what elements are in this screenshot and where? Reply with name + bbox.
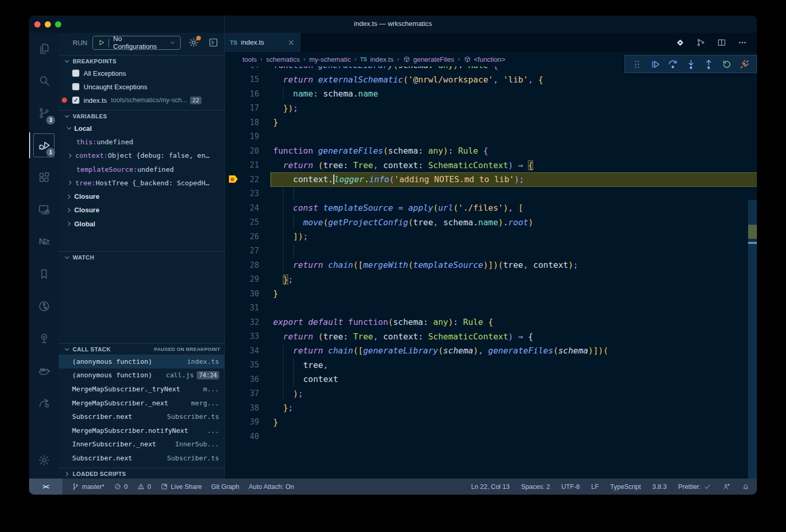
activity-item-remote-explorer[interactable]	[29, 194, 59, 226]
glyph-margin[interactable]	[225, 115, 243, 130]
remote-indicator[interactable]: ><	[29, 479, 62, 495]
status-item-0[interactable]: 0	[114, 483, 128, 490]
code-line-15[interactable]: 15return externalSchematic('@nrwl/worksp…	[225, 73, 757, 87]
chevron-down-icon[interactable]	[169, 38, 176, 47]
glyph-margin[interactable]	[225, 415, 243, 430]
variable-row[interactable]: templateSource: undefined	[59, 162, 224, 176]
status-item-ln-22-col-13[interactable]: Ln 22, Col 13	[471, 483, 509, 490]
glyph-margin[interactable]	[225, 158, 243, 173]
glyph-margin[interactable]	[225, 330, 243, 344]
open-changes-icon[interactable]	[675, 37, 685, 48]
breakpoint-checkbox[interactable]	[72, 70, 79, 77]
call-stack-frame[interactable]: MergeMapSubscriber._tryNextm...	[59, 382, 224, 396]
glyph-margin[interactable]	[225, 66, 243, 73]
activity-item-test-explorer[interactable]	[29, 322, 59, 354]
breadcrumb-item[interactable]: <function>	[464, 56, 506, 63]
variable-row[interactable]: this: undefined	[59, 135, 224, 148]
code-line-23[interactable]: 23	[225, 187, 757, 201]
glyph-margin[interactable]	[225, 301, 243, 316]
breadcrumb-item[interactable]: my-schematic	[309, 56, 351, 63]
activity-item-settings-gear[interactable]	[29, 444, 59, 476]
more-actions-icon[interactable]	[737, 37, 748, 48]
step-over-button[interactable]	[667, 59, 679, 70]
glyph-margin[interactable]	[225, 387, 243, 401]
variables-header[interactable]: VARIABLES	[59, 110, 224, 121]
breakpoint-row[interactable]: Uncaught Exceptions	[59, 80, 224, 93]
configure-gear-icon[interactable]	[188, 37, 199, 48]
continue-button[interactable]	[649, 59, 661, 70]
status-item-live-share[interactable]: Live Share	[160, 483, 202, 490]
status-item-0[interactable]: 0	[137, 483, 151, 490]
code-line-29[interactable]: 29};	[225, 272, 757, 287]
activity-item-search[interactable]	[29, 65, 59, 97]
glyph-margin[interactable]	[225, 101, 243, 116]
debug-console-icon[interactable]	[208, 37, 219, 48]
breakpoint-row[interactable]: All Exceptions	[59, 66, 224, 80]
code-line-38[interactable]: 38};	[225, 401, 757, 415]
status-item-prettier[interactable]: Prettier:	[678, 483, 711, 490]
activity-item-extensions[interactable]	[29, 161, 59, 194]
status-item-lf[interactable]: LF	[591, 483, 599, 490]
code-line-33[interactable]: 33return (tree: Tree, context: Schematic…	[225, 330, 757, 344]
activity-item-run-debug[interactable]: 1	[29, 129, 59, 161]
activity-item-deploy[interactable]	[29, 387, 59, 419]
status-item-feedback[interactable]	[723, 483, 730, 490]
status-item-bell[interactable]	[742, 483, 750, 490]
source-control-graph-icon[interactable]	[696, 37, 706, 48]
activity-item-nx-console[interactable]: N≥	[29, 226, 59, 258]
tab-index-ts[interactable]: TS index.ts	[225, 33, 301, 52]
status-item-master[interactable]: master*	[72, 483, 104, 490]
glyph-margin[interactable]	[225, 358, 243, 373]
glyph-margin[interactable]	[225, 144, 243, 158]
glyph-margin[interactable]	[225, 401, 243, 415]
code-line-28[interactable]: 28return chain([mergeWith(templateSource…	[225, 258, 757, 272]
code-line-31[interactable]: 31	[225, 301, 757, 316]
breadcrumb-item[interactable]: generateFiles	[403, 56, 454, 63]
code-line-26[interactable]: 26]);	[225, 229, 757, 244]
variable-row[interactable]: tree: HostTree {_backend: ScopedH…	[59, 176, 224, 189]
watch-header[interactable]: WATCH	[59, 251, 224, 263]
code-line-19[interactable]: 19	[225, 130, 757, 144]
code-line-24[interactable]: 24const templateSource = apply(url('./fi…	[225, 201, 757, 215]
status-item-git-graph[interactable]: Git Graph	[211, 483, 239, 490]
call-stack-frame[interactable]: InnerSubscriber._nextInnerSub...	[59, 438, 224, 452]
variables-scope-row[interactable]: Local	[59, 121, 224, 135]
breadcrumb-item[interactable]: tools	[242, 56, 256, 63]
glyph-margin[interactable]	[225, 287, 243, 301]
glyph-margin[interactable]	[225, 372, 243, 387]
glyph-margin[interactable]	[225, 315, 243, 330]
call-stack-frame[interactable]: (anonymous function)index.ts	[59, 354, 224, 369]
glyph-margin[interactable]	[225, 429, 243, 444]
close-tab-icon[interactable]	[287, 38, 295, 47]
activity-item-source-control[interactable]: 3	[29, 97, 59, 129]
glyph-margin[interactable]	[225, 87, 243, 101]
code-line-16[interactable]: 16name: schema.name	[225, 87, 757, 101]
split-editor-icon[interactable]	[716, 37, 727, 48]
call-stack-header[interactable]: CALL STACK PAUSED ON BREAKPOINT	[59, 343, 224, 354]
glyph-margin[interactable]	[225, 258, 243, 272]
glyph-margin[interactable]	[225, 187, 243, 201]
glyph-margin[interactable]	[225, 344, 243, 358]
code-line-20[interactable]: 20function generateFiles(schema: any): R…	[225, 144, 757, 158]
breakpoint-checkbox[interactable]	[72, 83, 79, 90]
breakpoints-header[interactable]: BREAKPOINTS	[59, 55, 224, 66]
step-out-button[interactable]	[703, 59, 714, 70]
glyph-margin[interactable]	[225, 130, 243, 144]
code-line-30[interactable]: 30}	[225, 287, 757, 301]
status-item-3-8-3[interactable]: 3.8.3	[652, 483, 667, 490]
breadcrumb-item[interactable]: schematics	[266, 56, 300, 63]
code-line-36[interactable]: 36context	[225, 372, 757, 387]
code-line-17[interactable]: 17});	[225, 101, 757, 116]
variable-row[interactable]: context: Object {debug: false, en…	[59, 149, 224, 162]
code-line-18[interactable]: 18}	[225, 115, 757, 130]
loaded-scripts-header[interactable]: LOADED SCRIPTS	[59, 468, 224, 479]
activity-item-docker[interactable]	[29, 354, 59, 387]
code-line-39[interactable]: 39}	[225, 415, 757, 430]
code-editor[interactable]: 14function generateLibrary(schema: any):…	[225, 66, 757, 479]
code-line-22[interactable]: 22context.logger.info('adding NOTES.md t…	[225, 172, 757, 187]
disconnect-button[interactable]	[739, 59, 750, 70]
step-into-button[interactable]	[685, 59, 697, 70]
glyph-margin[interactable]	[225, 73, 243, 87]
glyph-margin[interactable]	[225, 272, 243, 287]
activity-item-git-graph[interactable]	[29, 290, 59, 322]
